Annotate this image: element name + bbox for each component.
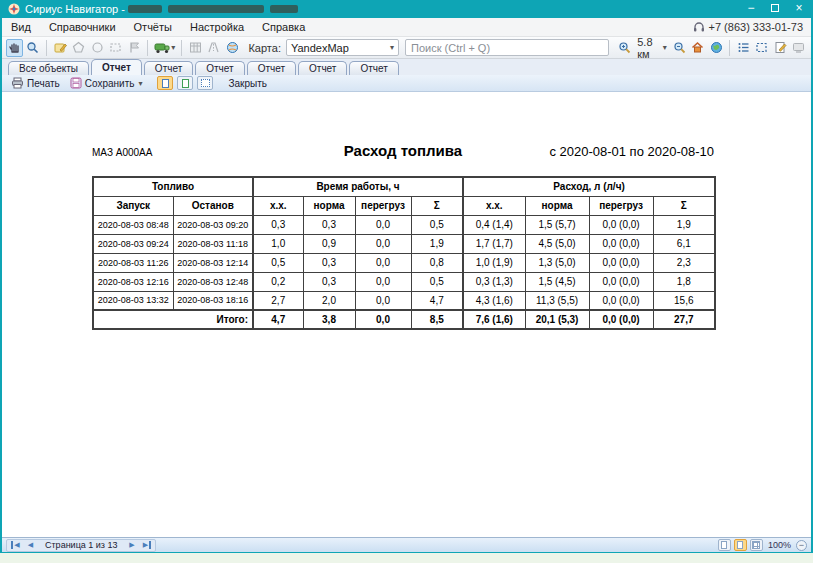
road-icon [207, 41, 220, 54]
report-table-row: 2020-08-03 12:162020-08-03 12:480,20,30,… [93, 272, 715, 291]
report-table-cell: 0,0 [355, 253, 411, 272]
tab-strip: Все объекты Отчет Отчет Отчет Отчет Отче… [2, 59, 811, 75]
truck-icon [154, 42, 170, 54]
zoom-in-button[interactable] [617, 39, 634, 57]
map-pencil-icon [54, 41, 67, 54]
schedule-button[interactable] [187, 39, 204, 57]
map-scale-dropdown[interactable]: 5.8 км ▾ [635, 36, 669, 60]
next-page-button[interactable]: ▶ [125, 540, 138, 551]
tab-report-active[interactable]: Отчет [91, 59, 142, 75]
tab-report-3[interactable]: Отчет [195, 61, 244, 75]
edit-map-button[interactable] [52, 39, 69, 57]
report-table-cell: 1,3 (5,0) [525, 253, 589, 272]
statusbar-view-single-button[interactable] [718, 539, 731, 551]
world-map-button[interactable] [708, 39, 725, 57]
group-header-fuel: Топливо [93, 177, 253, 196]
globe-icon [226, 41, 239, 54]
report-table-cell: 0,0 (0,0) [589, 253, 653, 272]
tab-report-6[interactable]: Отчет [349, 61, 398, 75]
zoom-select-button[interactable] [25, 39, 42, 57]
report-table-cell: 0,0 (0,0) [589, 272, 653, 291]
app-window: Сириус Навигатор - − × Вид Справочники О… [0, 0, 813, 553]
report-table-cell: 0,3 (1,3) [463, 272, 525, 291]
flag-tool-button[interactable] [126, 39, 143, 57]
report-table-cell: 0,5 [411, 272, 463, 291]
print-button[interactable]: Печать [8, 76, 63, 91]
object-list-button[interactable] [735, 39, 752, 57]
zoom-out-button[interactable] [671, 39, 688, 57]
report-table-cell: 4,7 [411, 291, 463, 310]
report-table-cell: 1,8 [653, 272, 715, 291]
geozones-button[interactable] [224, 39, 241, 57]
area-select-button[interactable] [754, 39, 771, 57]
table-column-header-row: Запуск Останов х.х. норма перегруз Σ х.х… [93, 196, 715, 215]
view-single-page-button[interactable] [157, 76, 173, 90]
menu-spravka[interactable]: Справка [253, 18, 314, 37]
report-header: МАЗ А000АА Расход топлива с 2020-08-01 п… [92, 142, 714, 166]
report-table-cell: 1,9 [653, 215, 715, 234]
circle-tool-button[interactable] [89, 39, 106, 57]
edit-report-button[interactable] [772, 39, 789, 57]
first-page-button[interactable]: ◀ [9, 540, 22, 551]
search-input[interactable] [405, 39, 609, 56]
prev-page-button[interactable]: ◀ [24, 540, 37, 551]
minimize-button[interactable]: − [739, 0, 763, 18]
totals-cell: 3,8 [303, 310, 355, 329]
column-header: перегруз [589, 196, 653, 215]
report-table-cell: 2020-08-03 12:48 [173, 272, 253, 291]
map-select[interactable]: YandexMap ▾ [286, 39, 399, 56]
report-table-cell: 0,3 [303, 253, 355, 272]
last-page-icon: ▶ [143, 541, 151, 549]
zoom-out-button[interactable]: − [796, 540, 807, 551]
totals-cell: 27,7 [653, 310, 715, 329]
view-continuous-button[interactable] [177, 76, 193, 90]
app-logo-icon [8, 3, 20, 15]
close-button[interactable]: × [787, 0, 811, 18]
home-icon [691, 41, 704, 54]
pan-tool-button[interactable] [6, 39, 23, 57]
home-button[interactable] [689, 39, 706, 57]
map-select-value: YandexMap [291, 42, 349, 54]
save-button[interactable]: Сохранить ▾ [67, 76, 146, 91]
vehicles-button[interactable]: ▾ [153, 39, 176, 57]
column-header: перегруз [355, 196, 411, 215]
report-table-cell: 0,3 [253, 215, 303, 234]
menu-otchety[interactable]: Отчёты [125, 18, 181, 37]
last-page-button[interactable]: ▶ [140, 540, 153, 551]
rect-select-button[interactable] [107, 39, 124, 57]
close-report-button[interactable]: Закрыть [225, 76, 270, 91]
polygon-tool-button[interactable] [70, 39, 87, 57]
maximize-button[interactable] [763, 0, 787, 18]
report-table-cell: 2020-08-03 11:26 [93, 253, 173, 272]
menu-nastroika[interactable]: Настройка [181, 18, 253, 37]
report-table-cell: 0,5 [253, 253, 303, 272]
report-table-cell: 0,0 [355, 272, 411, 291]
list-icon [737, 41, 750, 54]
page-navigation: ◀ ◀ Страница 1 из 13 ▶ ▶ [6, 539, 156, 552]
column-header: Σ [653, 196, 715, 215]
tab-report-4[interactable]: Отчет [247, 61, 296, 75]
monitor-button[interactable] [791, 39, 808, 57]
statusbar-view-fit-button[interactable] [734, 539, 747, 551]
menu-spravochniki[interactable]: Справочники [40, 18, 125, 37]
tab-all-objects[interactable]: Все объекты [8, 61, 89, 75]
menu-vid[interactable]: Вид [2, 18, 40, 37]
report-table-cell: 1,9 [411, 234, 463, 253]
tab-report-5[interactable]: Отчет [298, 61, 347, 75]
statusbar-view-multi-button[interactable] [750, 539, 763, 551]
report-table-cell: 0,8 [411, 253, 463, 272]
road-button[interactable] [205, 39, 222, 57]
view-fit-width-button[interactable] [197, 76, 213, 90]
maximize-icon [771, 4, 779, 12]
edit-document-icon [774, 41, 787, 54]
report-table-cell: 2020-08-03 12:16 [93, 272, 173, 291]
magnifier-icon [26, 41, 39, 54]
totals-cell: 0,0 [355, 310, 411, 329]
headset-icon [693, 21, 705, 33]
report-table-cell: 2,0 [303, 291, 355, 310]
tab-report-2[interactable]: Отчет [144, 61, 193, 75]
chevron-down-icon: ▾ [171, 43, 175, 52]
report-table-cell: 0,5 [411, 215, 463, 234]
report-table-cell: 6,1 [653, 234, 715, 253]
column-header: норма [303, 196, 355, 215]
